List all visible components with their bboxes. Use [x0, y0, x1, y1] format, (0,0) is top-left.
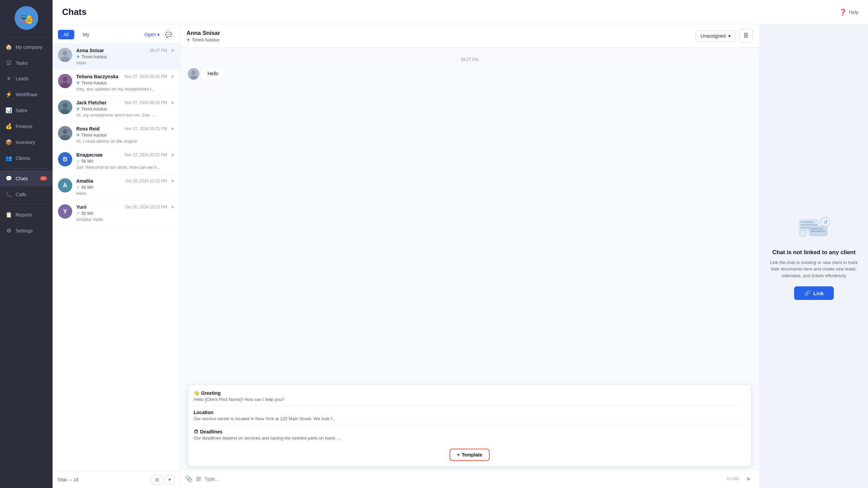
- chat-info: Anna Snisar 08:27 PM ✈ Timmi Autolux Hel…: [76, 48, 167, 65]
- sidebar-item-label: Settings: [16, 228, 33, 233]
- sidebar-item-inventory[interactable]: 📦 Inventory: [0, 134, 53, 150]
- template-title: ⏱ Deadlines: [194, 429, 746, 434]
- channel-name: Timmi Autolux: [81, 107, 107, 111]
- tab-all[interactable]: All: [58, 30, 74, 39]
- footer-actions: ⊟ ▾: [152, 475, 175, 485]
- svg-point-2: [61, 57, 70, 62]
- chat-item-vladislav[interactable]: B Владислав Nov 22, 2024 02:01 PM ✓ 56 W…: [53, 148, 179, 174]
- messenger-icon: ✈: [76, 133, 80, 138]
- no-link-illustration: ↺: [795, 212, 833, 243]
- archive-button[interactable]: 🗄: [739, 29, 753, 43]
- svg-point-4: [63, 77, 67, 82]
- chats-icon: 💬: [5, 175, 12, 182]
- template-item-location[interactable]: Location Our service center is located i…: [194, 410, 746, 421]
- sidebar-item-clients[interactable]: 👥 Clients: [0, 150, 53, 166]
- chat-input-bar: 📎 ⊞ 0/1000 ➤: [180, 469, 760, 488]
- sidebar-item-sales[interactable]: 📊 Sales: [0, 102, 53, 118]
- unassign-button[interactable]: Unassigned ▾: [695, 30, 736, 41]
- chat-main-panel: Anna Snisar ✈ Timmi Autolux Unassigned ▾…: [180, 24, 760, 488]
- tab-my[interactable]: My: [78, 30, 95, 39]
- messenger-icon: ✈: [76, 54, 80, 59]
- chat-avatar: [58, 126, 72, 140]
- home-icon: 🏠: [5, 44, 12, 50]
- sidebar-item-leads[interactable]: ≡ Leads: [0, 71, 53, 86]
- chat-channel: ✈ Timmi Autolux: [76, 80, 167, 85]
- chat-item-anna-snisar[interactable]: Anna Snisar 08:27 PM ✈ Timmi Autolux Hel…: [53, 44, 179, 70]
- svg-point-11: [61, 135, 70, 140]
- inventory-icon: 📦: [5, 139, 12, 145]
- chat-time: Oct 30, 2024 12:22 PM: [125, 205, 167, 209]
- chat-time: 08:27 PM: [150, 48, 167, 53]
- chat-info: Ross Reid Nov 27, 2024 05:21 PM ✈ Timmi …: [76, 126, 167, 144]
- template-button[interactable]: + Template: [450, 449, 490, 461]
- chat-time: Oct 30, 2024 12:22 PM: [125, 179, 167, 183]
- sort-button[interactable]: ▾: [165, 475, 175, 485]
- chevron-down-icon: ▾: [728, 33, 731, 39]
- chat-time: Nov 27, 2024 05:21 PM: [124, 126, 167, 131]
- chat-info: Jack Fletcher Nov 27, 2024 05:26 PM ✈ Ti…: [76, 100, 167, 118]
- sidebar-item-my-company[interactable]: 🏠 My company: [0, 39, 53, 55]
- open-status-dropdown[interactable]: Open ▾: [144, 32, 160, 37]
- chat-preview: Hello: [76, 191, 167, 196]
- sidebar-item-tasks[interactable]: ☑ Tasks: [0, 55, 53, 71]
- location-title: Location: [194, 410, 213, 415]
- sidebar-item-calls[interactable]: 📞 Calls: [0, 186, 53, 202]
- new-chat-button[interactable]: 💬: [163, 29, 174, 40]
- chat-name: Владислав: [76, 152, 102, 158]
- chat-top-channel: ✈ Timmi Autolux: [186, 37, 220, 42]
- chat-item-ross[interactable]: Ross Reid Nov 27, 2024 05:21 PM ✈ Timmi …: [53, 122, 179, 148]
- sidebar: 🎭 🏠 My company ☑ Tasks ≡ Leads ⚡ Workflo…: [0, 0, 53, 488]
- unassigned-label: Unassigned: [701, 33, 726, 39]
- chat-info: Yurii Oct 30, 2024 12:22 PM ✓ 56 WA Amal…: [76, 204, 167, 222]
- chat-name: Tetiana Baczynska: [76, 74, 118, 79]
- sidebar-item-workflows[interactable]: ⚡ Workflows: [0, 86, 53, 102]
- total-count: Total — 19: [57, 477, 78, 482]
- svg-point-5: [61, 83, 70, 88]
- chat-item-yurii[interactable]: Y Yurii Oct 30, 2024 12:22 PM ✓ 56 WA Am…: [53, 200, 179, 226]
- attachment-button[interactable]: 📎: [185, 475, 193, 483]
- svg-text:↺: ↺: [824, 219, 828, 225]
- template-item-deadlines[interactable]: ⏱ Deadlines Our deadlines depend on serv…: [194, 429, 746, 441]
- sidebar-item-label: Finance: [16, 124, 33, 129]
- chat-status-dot: [171, 127, 174, 130]
- chat-item-tetiana[interactable]: Tetiana Baczynska Nov 27, 2024 05:52 PM …: [53, 70, 179, 96]
- chat-preview: Hey, any updates on my headphones r...: [76, 86, 167, 92]
- deadlines-emoji: ⏱: [194, 429, 198, 434]
- chat-status-dot: [171, 180, 174, 182]
- template-text: Our deadlines depend on services and hav…: [194, 435, 746, 441]
- template-quick-button[interactable]: ⊞: [196, 475, 201, 483]
- link-button[interactable]: 🔗 Link: [794, 286, 834, 300]
- filter-button[interactable]: ⊟: [152, 475, 163, 485]
- sidebar-item-settings[interactable]: ⚙ Settings: [0, 223, 53, 239]
- chat-name: Ross Reid: [76, 126, 99, 131]
- chat-preview: Hi, I need advice on the engine: [76, 139, 167, 144]
- message-input[interactable]: [204, 476, 723, 482]
- sales-icon: 📊: [5, 107, 12, 114]
- chat-item-jack[interactable]: Jack Fletcher Nov 27, 2024 05:26 PM ✈ Ti…: [53, 96, 179, 122]
- chat-preview: Hello: [76, 60, 167, 65]
- sidebar-item-label: My company: [16, 44, 42, 50]
- chat-name: Yurii: [76, 204, 86, 210]
- sidebar-item-reports[interactable]: 📋 Reports: [0, 207, 53, 223]
- svg-point-10: [63, 129, 67, 134]
- chat-avatar: A: [58, 178, 72, 192]
- chat-items-list: Anna Snisar 08:27 PM ✈ Timmi Autolux Hel…: [53, 44, 179, 471]
- sidebar-divider-bottom: [4, 204, 48, 205]
- help-button[interactable]: ❓ Help: [839, 8, 859, 16]
- content-area: All My Open ▾ 💬 An: [53, 24, 868, 488]
- template-popup: 👋 Greeting Hello {Client First Name}! Ho…: [188, 385, 751, 467]
- messenger-icon: ✈: [76, 80, 80, 85]
- sidebar-item-finance[interactable]: 💰 Finance: [0, 118, 53, 134]
- svg-point-1: [63, 51, 67, 56]
- message-row: Hello: [188, 67, 751, 80]
- send-button[interactable]: ➤: [743, 473, 754, 485]
- sidebar-item-chats[interactable]: 💬 Chats 9+: [0, 170, 53, 186]
- chat-list-panel: All My Open ▾ 💬 An: [53, 24, 180, 488]
- user-avatar-container[interactable]: 🎭: [0, 0, 53, 35]
- avatar[interactable]: 🎭: [15, 6, 38, 30]
- template-item-greeting[interactable]: 👋 Greeting Hello {Client First Name}! Ho…: [194, 390, 746, 402]
- channel-name: Timmi Autolux: [81, 81, 107, 85]
- message-text: Hello: [208, 71, 218, 76]
- svg-rect-20: [811, 228, 823, 229]
- chat-item-amaliia[interactable]: A Amaliia Oct 30, 2024 12:22 PM ✓ 56 WA …: [53, 174, 179, 200]
